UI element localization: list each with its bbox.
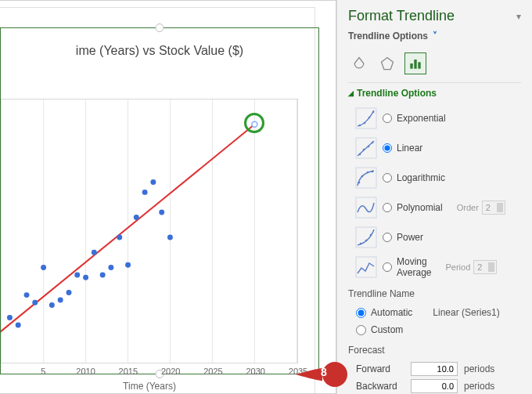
svg-point-27	[167, 234, 173, 240]
x-axis-label[interactable]: Time (Years)	[1, 381, 298, 392]
forecast-header: Forecast	[348, 345, 521, 356]
label-exponential: Exponential	[397, 113, 446, 124]
svg-rect-31	[418, 62, 420, 68]
forecast-backward-row: Backward periods	[356, 378, 521, 394]
plot-area[interactable]	[1, 99, 298, 363]
x-tick-label: 2035	[289, 367, 307, 376]
label-linear: Linear	[397, 143, 422, 154]
svg-point-35	[368, 117, 371, 119]
svg-point-36	[372, 111, 375, 114]
radio-logarithmic[interactable]	[383, 173, 392, 183]
section-trendline-options[interactable]: ◢ Trendline Options	[348, 88, 521, 99]
x-tick-label: 5	[41, 367, 45, 376]
svg-point-44	[358, 182, 361, 184]
pane-subtitle[interactable]: Trendline Options ˅	[348, 31, 521, 42]
svg-point-33	[359, 125, 361, 127]
svg-rect-53	[356, 257, 376, 277]
moving-average-icon	[354, 255, 378, 279]
label-order: Order	[457, 203, 479, 212]
svg-point-25	[150, 179, 156, 185]
svg-point-23	[134, 215, 139, 220]
label-period: Period	[445, 262, 470, 272]
svg-point-8	[7, 315, 13, 320]
svg-point-41	[368, 146, 370, 148]
order-spinner[interactable]: 2	[482, 201, 505, 215]
unit-periods-backward: periods	[464, 381, 494, 392]
svg-point-14	[58, 297, 63, 302]
input-backward[interactable]	[411, 379, 458, 393]
radio-linear[interactable]	[383, 143, 392, 153]
svg-point-13	[49, 302, 55, 308]
radio-name-custom[interactable]	[356, 325, 366, 335]
plot-svg	[1, 99, 297, 363]
option-moving-average[interactable]: MovingAverage Period 2	[354, 254, 521, 280]
svg-point-40	[363, 149, 365, 151]
option-polynomial[interactable]: Polynomial Order 2	[354, 194, 521, 221]
pane-subtitle-label: Trendline Options	[348, 31, 428, 42]
svg-point-34	[364, 122, 366, 125]
trendline-name-header: Trendline Name	[348, 288, 521, 299]
resize-handle-top[interactable]	[156, 23, 164, 32]
x-tick-label: 2030	[246, 367, 264, 376]
radio-name-automatic[interactable]	[356, 308, 366, 318]
pane-title: Format Trendline	[348, 8, 455, 24]
radio-polynomial[interactable]	[383, 203, 392, 212]
radio-power[interactable]	[383, 233, 392, 242]
chart-title[interactable]: ime (Years) vs Stock Value ($)	[1, 28, 318, 63]
svg-point-52	[370, 234, 372, 237]
svg-point-10	[24, 292, 30, 298]
x-tick-label: 2025	[203, 367, 222, 376]
unit-periods-forward: periods	[464, 363, 494, 374]
svg-point-12	[41, 265, 46, 270]
svg-point-45	[361, 175, 364, 178]
svg-point-16	[74, 272, 80, 277]
x-tick-label: 2020	[161, 367, 180, 376]
label-name-custom: Custom	[371, 324, 403, 335]
effects-tab-icon[interactable]	[376, 52, 398, 74]
svg-point-39	[359, 154, 361, 156]
x-tick-label: 2015	[119, 367, 138, 376]
logarithmic-icon	[354, 166, 378, 190]
chevron-down-icon: ˅	[433, 31, 437, 42]
label-polynomial: Polynomial	[397, 202, 443, 213]
label-backward: Backward	[356, 381, 404, 392]
svg-rect-30	[414, 60, 416, 69]
collapse-triangle-icon: ◢	[348, 89, 354, 97]
chart-object[interactable]: ime (Years) vs Stock Value ($)	[0, 27, 319, 374]
format-trendline-pane: Format Trendline ▾ Trendline Options ˅	[336, 0, 532, 394]
svg-point-46	[367, 172, 369, 174]
label-moving-average: MovingAverage	[397, 256, 431, 278]
option-exponential[interactable]: Exponential	[354, 105, 521, 132]
svg-marker-28	[382, 58, 394, 70]
power-icon	[354, 226, 378, 249]
exponential-icon	[354, 107, 378, 130]
svg-point-24	[142, 190, 148, 195]
option-linear[interactable]: Linear	[354, 135, 521, 161]
svg-point-18	[92, 250, 97, 255]
x-tick-label: 2010	[76, 367, 95, 376]
label-logarithmic: Logarithmic	[397, 172, 445, 183]
svg-point-50	[360, 243, 362, 245]
polynomial-icon	[354, 196, 378, 219]
label-forward: Forward	[356, 363, 404, 374]
label-power: Power	[397, 232, 423, 243]
option-power[interactable]: Power	[354, 224, 521, 251]
radio-moving-average[interactable]	[383, 262, 392, 272]
name-automatic-row[interactable]: Automatic Linear (Series1)	[356, 304, 521, 321]
auto-name-value: Linear (Series1)	[433, 307, 499, 318]
linear-icon	[354, 136, 378, 160]
option-logarithmic[interactable]: Logarithmic	[354, 164, 521, 191]
forecast-forward-row: Forward periods	[356, 360, 521, 378]
pane-menu-icon[interactable]: ▾	[516, 11, 521, 22]
trendline-options-tab-icon[interactable]	[404, 52, 426, 74]
radio-exponential[interactable]	[383, 114, 392, 123]
period-spinner[interactable]: 2	[473, 260, 497, 274]
name-custom-row[interactable]: Custom	[356, 321, 521, 338]
svg-point-19	[100, 272, 106, 277]
fill-line-tab-icon[interactable]	[348, 52, 370, 74]
svg-rect-29	[410, 63, 412, 69]
input-forward[interactable]	[411, 362, 458, 376]
section-label: Trendline Options	[357, 88, 437, 99]
x-axis-ticks: 5201020152020202520302035	[1, 367, 298, 378]
svg-point-47	[372, 171, 374, 173]
